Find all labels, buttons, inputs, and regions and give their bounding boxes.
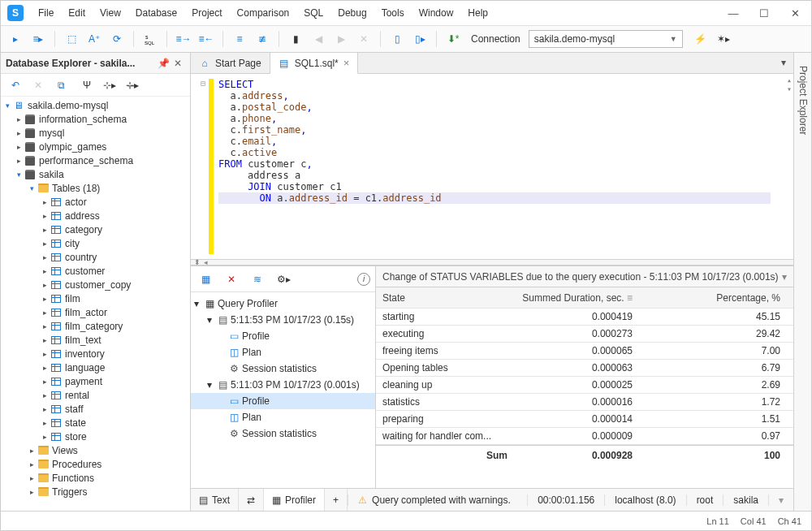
status-grid[interactable]: State Summed Duration, sec. ≡ Percentage… — [376, 287, 793, 488]
profiler-item[interactable]: Plan — [242, 412, 261, 423]
disconnect-icon[interactable]: ✶▸ — [714, 29, 733, 49]
tree-table[interactable]: ▸customer — [1, 264, 190, 278]
grid-row[interactable]: preparing0.0000141.51 — [376, 411, 793, 428]
col-duration[interactable]: Summed Duration, sec. ≡ — [514, 292, 639, 304]
tree-table[interactable]: ▸customer_copy — [1, 278, 190, 291]
copy-icon[interactable]: ⧉ — [51, 76, 71, 95]
grid-row[interactable]: statistics0.0000161.72 — [376, 394, 793, 411]
tree-table[interactable]: ▸inventory — [1, 347, 190, 360]
tabs-menu-icon[interactable]: ▾ — [774, 53, 793, 72]
tab-swap[interactable]: ⇄ — [239, 489, 264, 511]
menu-comparison[interactable]: Comparison — [231, 4, 296, 22]
refresh-icon[interactable]: ⟳ — [107, 29, 127, 49]
menu-file[interactable]: File — [32, 4, 60, 22]
menu-debug[interactable]: Debug — [331, 4, 373, 22]
tab-text[interactable]: ▤Text — [191, 489, 239, 511]
tree-db[interactable]: olympic_games — [39, 141, 106, 153]
tree-table[interactable]: ▸store — [1, 430, 190, 443]
tree-table[interactable]: ▸category — [1, 222, 190, 236]
tree-table[interactable]: ▸city — [1, 236, 190, 250]
profiler-indent-icon[interactable]: ≋ — [248, 270, 267, 289]
tree-table[interactable]: ▸payment — [1, 374, 190, 388]
profiler-grid-icon[interactable]: ▦ — [196, 270, 215, 289]
tree-folder[interactable]: Triggers — [52, 486, 88, 498]
grid-row[interactable]: Opening tables0.0000636.79 — [376, 360, 793, 377]
menu-tools[interactable]: Tools — [375, 4, 411, 22]
tree-table[interactable]: ▸actor — [1, 195, 190, 209]
minimize-button[interactable]: — — [723, 7, 743, 19]
profiler-item-selected[interactable]: Profile — [242, 395, 270, 407]
tree-table[interactable]: ▸film_text — [1, 333, 190, 347]
profiler-item[interactable]: Plan — [242, 347, 261, 358]
tree-table[interactable]: ▸language — [1, 360, 190, 374]
profiler-item[interactable]: Profile — [242, 330, 270, 342]
profiler-delete-icon[interactable]: ✕ — [222, 270, 241, 289]
comment-icon[interactable]: ≡ — [230, 29, 249, 49]
menu-edit[interactable]: Edit — [62, 4, 92, 22]
doc2-icon[interactable]: ▯▸ — [410, 29, 430, 49]
menu-project[interactable]: Project — [185, 4, 228, 22]
connection-select[interactable]: sakila.demo-mysql ▼ — [529, 30, 683, 48]
sql-code[interactable]: SELECT a.address, a.postal_code, a.phone… — [218, 79, 771, 254]
grid-row[interactable]: starting0.00041945.15 — [376, 309, 793, 326]
tree-tables-folder[interactable]: Tables (18) — [52, 183, 100, 194]
menu-window[interactable]: Window — [412, 4, 460, 22]
db-tree[interactable]: ▾🖥sakila.demo-mysql ▸information_schema … — [1, 97, 190, 511]
tree-db[interactable]: performance_schema — [39, 155, 133, 166]
profiler-tree[interactable]: ▾▦Query Profiler ▾▤5:11:53 PM 10/17/23 (… — [191, 292, 375, 488]
tree-folder[interactable]: Functions — [52, 473, 94, 484]
info-icon[interactable]: i — [357, 273, 370, 286]
open-icon[interactable]: ⬚ — [62, 29, 81, 49]
menu-help[interactable]: Help — [461, 4, 495, 22]
font-icon[interactable]: A⁺ — [84, 29, 104, 49]
execute-icon[interactable]: ⬇* — [443, 29, 463, 49]
tab-profiler[interactable]: ▦Profiler — [264, 489, 325, 511]
tab-start-page[interactable]: ⌂ Start Page — [191, 53, 270, 73]
tree-table[interactable]: ▸film — [1, 291, 190, 305]
tree-table[interactable]: ▸rental — [1, 388, 190, 402]
tree-server[interactable]: sakila.demo-mysql — [28, 100, 108, 111]
tab-add[interactable]: + — [325, 489, 348, 511]
status-menu-icon[interactable]: ▾ — [768, 494, 793, 506]
filter1-icon[interactable]: Ψ — [77, 76, 97, 95]
panel-close-icon[interactable]: ✕ — [171, 58, 185, 69]
back-icon[interactable]: ↶ — [6, 76, 25, 95]
doc1-icon[interactable]: ▯ — [387, 29, 407, 49]
new-sql-icon[interactable]: ≡▸ — [28, 29, 48, 49]
menu-database[interactable]: Database — [129, 4, 184, 22]
grid-row[interactable]: waiting for handler com...0.0000090.97 — [376, 428, 793, 445]
tree-table[interactable]: ▸address — [1, 209, 190, 222]
menu-view[interactable]: View — [93, 4, 127, 22]
filter3-icon[interactable]: ⊹̶▸ — [123, 76, 142, 95]
outdent-icon[interactable]: ≡← — [197, 29, 216, 49]
col-state[interactable]: State — [376, 292, 514, 304]
bookmark-icon[interactable]: ▮ — [286, 29, 305, 49]
close-button[interactable]: ✕ — [785, 7, 805, 19]
tree-db[interactable]: information_schema — [39, 114, 127, 125]
tree-table[interactable]: ▸film_actor — [1, 305, 190, 319]
tree-table[interactable]: ▸staff — [1, 402, 190, 416]
indent-icon[interactable]: ≡→ — [174, 29, 193, 49]
sql-editor[interactable]: ⊟ SELECT a.address, a.postal_code, a.pho… — [191, 74, 793, 259]
profiler-run[interactable]: 5:11:53 PM 10/17/23 (0.15s) — [231, 314, 354, 326]
splitter-horizontal[interactable]: ⬍◂ — [191, 259, 793, 266]
grid-row[interactable]: executing0.00027329.42 — [376, 326, 793, 343]
menu-sql[interactable]: SQL — [297, 4, 330, 22]
grid-row[interactable]: cleaning up0.0000252.69 — [376, 377, 793, 394]
tab-close-icon[interactable]: × — [343, 57, 350, 69]
sql-format-icon[interactable]: sSQL — [140, 29, 160, 49]
tree-folder[interactable]: Procedures — [52, 459, 102, 470]
tree-table[interactable]: ▸country — [1, 250, 190, 264]
grid-row[interactable]: freeing items0.0000657.00 — [376, 343, 793, 360]
profiler-settings-icon[interactable]: ⚙▸ — [274, 270, 293, 289]
tree-table[interactable]: ▸state — [1, 416, 190, 430]
profiler-root[interactable]: Query Profiler — [218, 298, 278, 309]
uncomment-icon[interactable]: ≢ — [253, 29, 272, 49]
new-connection-icon[interactable]: ▸ — [6, 29, 25, 49]
profiler-run[interactable]: 5:11:03 PM 10/17/23 (0.001s) — [231, 379, 360, 391]
tree-db-open[interactable]: sakila — [39, 169, 64, 180]
pin-icon[interactable]: 📌 — [156, 58, 171, 69]
filter2-icon[interactable]: ⊹▸ — [100, 76, 119, 95]
tree-db[interactable]: mysql — [39, 127, 64, 139]
tree-folder[interactable]: Views — [52, 445, 78, 456]
